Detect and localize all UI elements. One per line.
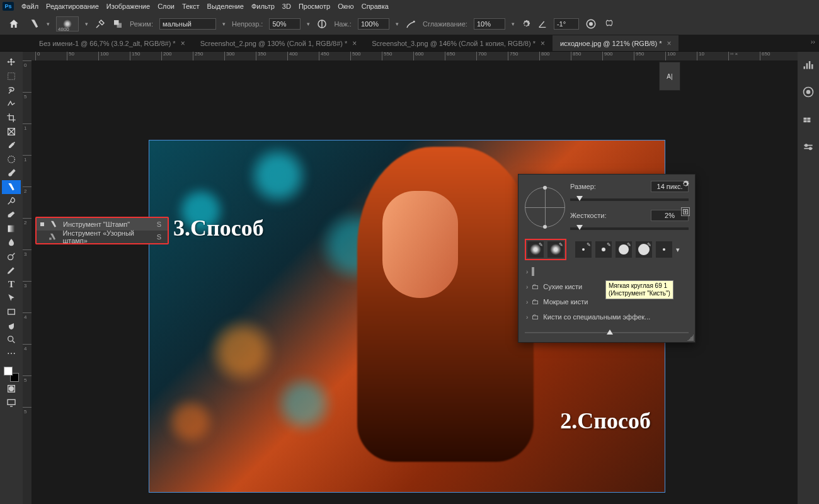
brush-size-slider[interactable]	[570, 198, 689, 201]
document-tab[interactable]: Screenshot_3.png @ 146% (Слой 1 копия, R…	[364, 35, 553, 51]
brush-preview[interactable]: 4800	[56, 16, 79, 32]
pressure-size-icon[interactable]	[585, 18, 597, 30]
marquee-tool[interactable]	[2, 69, 21, 83]
home-button[interactable]	[5, 15, 23, 33]
quick-select-tool[interactable]	[2, 97, 21, 111]
ruler-horizontal[interactable]: 0 50 100 150 200 250 300 350 400 450 500…	[23, 52, 798, 60]
ruler-tick: ›› ×	[728, 52, 760, 60]
edit-toolbar-icon[interactable]: ⋯	[2, 346, 21, 360]
flyout-item-clone-stamp[interactable]: Инструмент "Штамп" S	[37, 218, 168, 231]
flyout-shortcut: S	[157, 233, 164, 241]
close-icon[interactable]: ×	[181, 39, 185, 48]
history-brush-tool[interactable]	[2, 194, 21, 208]
smoothing-input[interactable]	[474, 18, 505, 30]
ruler-tick: 1	[23, 155, 32, 186]
brush-folder[interactable]: › 🗀 Кисти со специальными эффек...	[525, 309, 689, 324]
airbrush-icon[interactable]	[405, 18, 416, 30]
close-icon[interactable]: ×	[667, 39, 671, 48]
eyedropper-tool[interactable]	[2, 139, 21, 152]
brush-preview-size-slider[interactable]	[525, 329, 689, 336]
close-icon[interactable]: ×	[541, 39, 545, 48]
close-icon[interactable]: ×	[352, 39, 357, 48]
document-tab[interactable]: Screenshot_2.png @ 130% (Слой 1, RGB/8#)…	[193, 35, 365, 51]
menu-edit[interactable]: Редактирование	[46, 3, 99, 10]
ruler-tick: 1	[23, 123, 32, 155]
hand-tool[interactable]	[2, 319, 21, 333]
clone-source-icon[interactable]	[112, 18, 123, 30]
symmetry-icon[interactable]	[603, 18, 616, 30]
flyout-label: Инструмент «Узорный штамп»	[62, 229, 151, 244]
chevron-down-icon[interactable]: ▾	[307, 21, 310, 27]
ruler-tick: 100	[665, 52, 697, 60]
ruler-extras-box[interactable]: A|	[659, 62, 680, 91]
type-tool[interactable]: T	[2, 277, 21, 291]
menu-layers[interactable]: Слои	[158, 3, 175, 10]
menu-file[interactable]: Файл	[21, 3, 38, 10]
gradient-tool[interactable]	[2, 222, 21, 236]
opacity-input[interactable]	[269, 18, 301, 30]
brush-tool[interactable]	[2, 166, 21, 180]
frame-tool[interactable]	[2, 125, 21, 139]
brush-angle-control[interactable]	[525, 187, 565, 227]
brush-folder[interactable]: ›	[525, 264, 689, 279]
document-tab[interactable]: Без имени-1 @ 66,7% (3.9.2_alt, RGB/8#) …	[32, 35, 193, 51]
document-tab[interactable]: исходное.jpg @ 121% (RGB/8) * ×	[553, 35, 679, 51]
brush-preset[interactable]: ✎	[636, 241, 652, 258]
color-icon[interactable]	[802, 86, 815, 98]
blur-tool[interactable]	[2, 236, 21, 249]
menu-filter[interactable]: Фильтр	[251, 3, 275, 10]
tabs-overflow-icon[interactable]: ››	[811, 38, 815, 45]
lasso-tool[interactable]	[2, 83, 21, 97]
menu-view[interactable]: Просмотр	[299, 3, 330, 10]
eraser-tool[interactable]	[2, 208, 21, 222]
pen-tool[interactable]	[2, 263, 21, 277]
resize-handle-icon[interactable]	[687, 335, 694, 341]
menu-help[interactable]: Справка	[362, 3, 389, 10]
move-tool[interactable]	[2, 55, 21, 69]
quick-mask-icon[interactable]	[2, 382, 21, 396]
adjustments-icon[interactable]	[802, 141, 815, 154]
brush-preset[interactable]: ✎	[575, 241, 592, 258]
brush-settings-icon[interactable]	[94, 18, 106, 30]
ruler-tick: 800	[539, 52, 571, 60]
spot-heal-tool[interactable]	[2, 152, 21, 166]
histogram-icon[interactable]	[802, 58, 815, 71]
brush-preset[interactable]: ✎	[595, 241, 612, 258]
chevron-down-icon[interactable]: ▾	[85, 21, 88, 27]
screen-mode-icon[interactable]	[2, 396, 21, 410]
menu-image[interactable]: Изображение	[106, 3, 150, 10]
new-brush-icon[interactable]: ⊞	[681, 207, 690, 216]
swatches-icon[interactable]	[802, 113, 815, 126]
color-swatches[interactable]	[4, 367, 19, 382]
dodge-tool[interactable]	[2, 249, 21, 263]
menu-3d[interactable]: 3D	[282, 3, 291, 10]
crop-tool[interactable]	[2, 111, 21, 125]
brush-hardness-slider[interactable]	[570, 227, 689, 230]
gear-icon[interactable]	[521, 19, 531, 29]
path-select-tool[interactable]	[2, 291, 21, 305]
chevron-down-icon[interactable]: ▾	[676, 246, 680, 254]
pressure-opacity-icon[interactable]	[316, 18, 328, 30]
ruler-vertical[interactable]: 0 5 1 1 2 2 3 3 4 4 5 5	[23, 60, 32, 504]
brush-preset[interactable]	[656, 241, 672, 258]
chevron-down-icon[interactable]: ▾	[47, 21, 50, 27]
menu-type[interactable]: Текст	[182, 3, 200, 10]
angle-input[interactable]	[554, 18, 579, 30]
gear-icon[interactable]	[681, 180, 690, 188]
chevron-down-icon[interactable]: ▾	[512, 21, 515, 27]
rectangle-tool[interactable]	[2, 305, 21, 319]
mode-select[interactable]	[159, 18, 216, 30]
brush-preset[interactable]: ✎	[616, 241, 632, 258]
brush-preset[interactable]: ✎	[547, 241, 564, 258]
flyout-item-pattern-stamp[interactable]: Инструмент «Узорный штамп» S	[37, 231, 168, 243]
chevron-down-icon[interactable]: ▾	[222, 21, 226, 27]
brush-preset[interactable]: ✎	[527, 241, 544, 258]
foreground-color-swatch[interactable]	[4, 367, 13, 375]
menu-window[interactable]: Окно	[338, 3, 354, 10]
menu-select[interactable]: Выделение	[207, 3, 244, 10]
clone-stamp-tool[interactable]	[2, 180, 21, 194]
flow-input[interactable]	[358, 18, 389, 30]
chevron-down-icon[interactable]: ▾	[396, 21, 399, 27]
zoom-tool[interactable]	[2, 333, 21, 346]
tool-preset-icon[interactable]	[29, 18, 40, 30]
